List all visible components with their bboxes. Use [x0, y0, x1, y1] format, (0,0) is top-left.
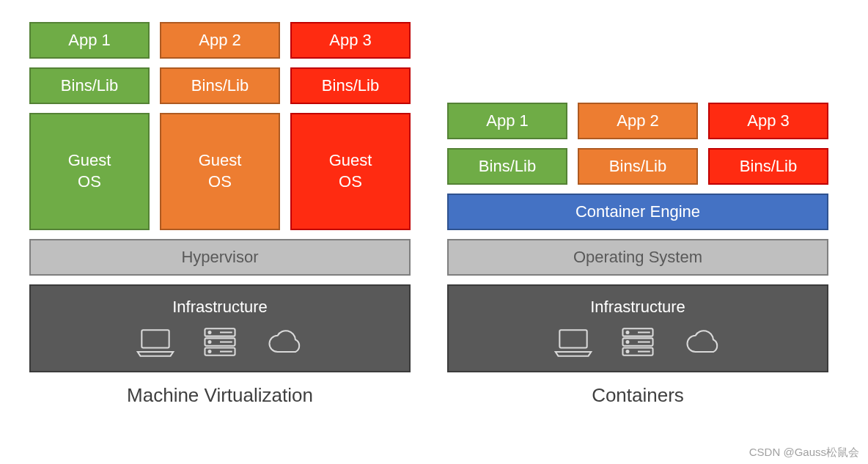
ct-app-3: App 3 [708, 103, 828, 139]
ct-infrastructure: Infrastructure [447, 284, 828, 372]
laptop-icon [553, 325, 594, 359]
server-icon [617, 325, 658, 359]
ct-bins-3: Bins/Lib [708, 148, 828, 185]
watermark: CSDN @Gauss松鼠会 [749, 446, 859, 460]
ct-infra-icons [553, 325, 723, 359]
vm-bins-2: Bins/Lib [160, 67, 280, 104]
svg-point-4 [209, 331, 211, 334]
vm-caption: Machine Virtualization [127, 384, 313, 407]
ct-os-row: Operating System [447, 239, 828, 276]
vm-stack: App 1 App 2 App 3 Bins/Lib Bins/Lib Bins… [29, 22, 411, 407]
ct-app-2: App 2 [578, 103, 698, 139]
vm-guest-3-label: GuestOS [329, 150, 372, 192]
ct-infra-row: Infrastructure [447, 284, 828, 372]
svg-rect-0 [141, 330, 169, 347]
ct-bins-2: Bins/Lib [578, 148, 698, 185]
vm-app-2: App 2 [160, 22, 280, 59]
ct-infra-label: Infrastructure [590, 298, 685, 317]
vm-hypervisor-row: Hypervisor [29, 239, 411, 276]
vm-bins-1: Bins/Lib [29, 67, 150, 104]
svg-point-14 [627, 331, 629, 334]
cloud-icon [682, 325, 723, 359]
vm-guest-3: GuestOS [290, 113, 411, 230]
ct-caption: Containers [592, 384, 684, 407]
cloud-icon [264, 325, 305, 359]
vm-infra-icons [135, 325, 305, 359]
vm-guest-2: GuestOS [160, 113, 280, 230]
ct-apps-row: App 1 App 2 App 3 [447, 103, 828, 139]
vm-guest-2-label: GuestOS [199, 150, 242, 192]
ct-os: Operating System [447, 239, 828, 276]
vm-bins-row: Bins/Lib Bins/Lib Bins/Lib [29, 67, 411, 104]
vm-guest-row: GuestOS GuestOS GuestOS [29, 113, 411, 230]
vm-guest-1-label: GuestOS [68, 150, 111, 192]
vm-guest-1: GuestOS [29, 113, 150, 230]
ct-bins-1: Bins/Lib [447, 148, 567, 185]
ct-stack: App 1 App 2 App 3 Bins/Lib Bins/Lib Bins… [447, 103, 828, 407]
ct-app-1: App 1 [447, 103, 567, 139]
vm-app-3: App 3 [290, 22, 411, 59]
vm-infra-row: Infrastructure [29, 284, 411, 372]
laptop-icon [135, 325, 176, 359]
vm-bins-3: Bins/Lib [290, 67, 411, 104]
svg-point-6 [209, 350, 211, 353]
vm-app-1: App 1 [29, 22, 150, 59]
server-icon [199, 325, 240, 359]
diagram-container: App 1 App 2 App 3 Bins/Lib Bins/Lib Bins… [29, 22, 839, 407]
svg-point-5 [209, 341, 211, 343]
vm-hypervisor: Hypervisor [29, 239, 411, 276]
ct-bins-row: Bins/Lib Bins/Lib Bins/Lib [447, 148, 828, 185]
vm-infra-label: Infrastructure [172, 298, 268, 317]
vm-apps-row: App 1 App 2 App 3 [29, 22, 411, 59]
svg-point-16 [627, 350, 629, 353]
vm-infrastructure: Infrastructure [29, 284, 411, 372]
svg-rect-10 [559, 330, 586, 347]
svg-point-15 [627, 341, 629, 343]
ct-engine-row: Container Engine [447, 194, 828, 230]
ct-engine: Container Engine [447, 194, 828, 230]
